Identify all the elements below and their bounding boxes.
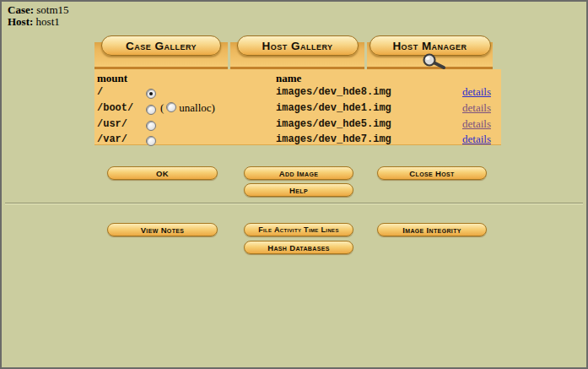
magnifier-icon bbox=[421, 53, 448, 70]
tab-host-gallery[interactable]: Host Gallery bbox=[237, 35, 359, 56]
details-link[interactable]: details bbox=[462, 117, 491, 132]
mount-radio[interactable] bbox=[146, 136, 156, 146]
host-value: host1 bbox=[36, 15, 60, 28]
tab-cell-host-gallery: Host Gallery bbox=[230, 42, 364, 69]
ok-button[interactable]: OK bbox=[107, 166, 218, 180]
image-name: images/dev_hde5.img bbox=[276, 117, 391, 132]
unalloc-paren-open: ( bbox=[160, 101, 164, 114]
case-line: Case: sotm15 bbox=[8, 4, 69, 16]
autopsy-host-manager-page: Case: sotm15 Host: host1 Case Gallery Ho… bbox=[0, 0, 588, 369]
image-name: images/dev_hde8.img bbox=[276, 84, 391, 100]
unalloc-label: unalloc) bbox=[179, 101, 215, 114]
image-name: images/dev_hde1.img bbox=[276, 100, 391, 116]
image-integrity-button[interactable]: Image Integrity bbox=[377, 223, 487, 236]
host-line: Host: host1 bbox=[8, 16, 69, 28]
unalloc-group: (unalloc) bbox=[160, 100, 215, 116]
tab-case-gallery[interactable]: Case Gallery bbox=[101, 35, 221, 56]
tab-cell-case-gallery: Case Gallery bbox=[94, 42, 228, 69]
table-row: /boot/ (unalloc) images/dev_hde1.img det… bbox=[94, 100, 501, 116]
table-row: /usr/ images/dev_hde5.img details bbox=[94, 117, 501, 132]
mount-path: /usr/ bbox=[97, 117, 127, 132]
image-table: mount name / images/dev_hde8.img details… bbox=[94, 69, 501, 145]
mount-radio[interactable] bbox=[146, 89, 156, 99]
help-button[interactable]: Help bbox=[244, 183, 353, 197]
hash-databases-button[interactable]: Hash Databases bbox=[244, 241, 353, 254]
add-image-button[interactable]: Add Image bbox=[244, 166, 353, 180]
horizontal-divider bbox=[5, 203, 583, 204]
details-link[interactable]: details bbox=[462, 132, 491, 147]
mount-radio[interactable] bbox=[146, 105, 156, 115]
mount-path: /boot/ bbox=[97, 100, 133, 116]
table-row: /var/ images/dev_hde7.img details bbox=[94, 132, 501, 147]
case-label: Case: bbox=[8, 3, 34, 16]
mount-path: / bbox=[97, 84, 103, 100]
tab-cell-host-manager: Host Manager bbox=[367, 42, 493, 69]
host-label: Host: bbox=[8, 15, 33, 28]
file-activity-time-lines-button[interactable]: File Activity Time Lines bbox=[244, 223, 353, 236]
image-name: images/dev_hde7.img bbox=[276, 132, 391, 147]
details-link[interactable]: details bbox=[462, 100, 491, 116]
table-row: / images/dev_hde8.img details bbox=[94, 84, 501, 100]
mount-path: /var/ bbox=[97, 132, 127, 147]
case-value: sotm15 bbox=[36, 3, 68, 16]
mount-radio[interactable] bbox=[146, 121, 156, 131]
close-host-button[interactable]: Close Host bbox=[377, 166, 487, 180]
unalloc-radio[interactable] bbox=[166, 102, 176, 112]
details-link[interactable]: details bbox=[462, 84, 491, 100]
view-notes-button[interactable]: View Notes bbox=[107, 223, 218, 236]
case-host-header: Case: sotm15 Host: host1 bbox=[8, 4, 69, 28]
